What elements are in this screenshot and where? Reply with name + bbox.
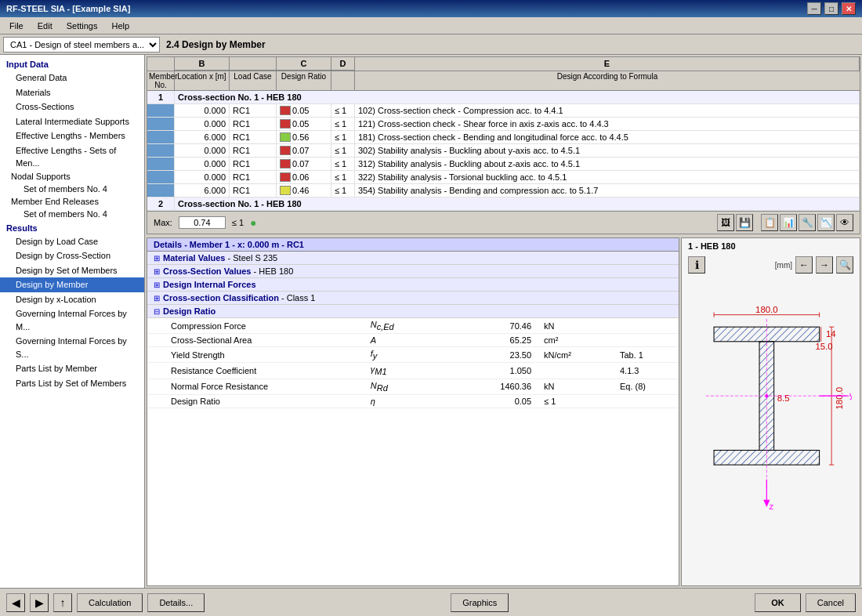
col-header-b: B [175, 57, 230, 71]
calculation-button[interactable]: Calculation [77, 593, 143, 612]
sidebar-item-design-load-case[interactable]: Design by Load Case [0, 234, 144, 249]
close-button[interactable]: ✕ [842, 2, 856, 15]
row1-loc: 0.000 [175, 104, 230, 117]
sidebar-item-eff-lengths-sets[interactable]: Effective Lengths - Sets of Men... [0, 143, 144, 171]
row3-loc: 6.000 [175, 131, 230, 143]
row3-member [147, 131, 175, 143]
menu-edit[interactable]: Edit [31, 20, 59, 32]
sidebar-item-nodal-set4[interactable]: Set of members No. 4 [0, 182, 144, 197]
graphics-button[interactable]: Graphics [451, 593, 509, 612]
row7-formula: 354) Stability analysis - Bending and co… [355, 184, 860, 197]
grid-section-1: 1 Cross-section No. 1 - HEB 180 [147, 91, 860, 104]
detail-row-nrd: Normal Force Resistance NRd 1460.36 kN E… [147, 379, 679, 394]
tb-btn-6[interactable]: 📉 [817, 214, 835, 231]
svg-text:15.0: 15.0 [815, 342, 832, 351]
sidebar-item-lateral-supports[interactable]: Lateral Intermediate Supports [0, 114, 144, 129]
status-icon: ● [250, 216, 256, 229]
row2-ratio: 0.05 [277, 118, 331, 130]
sidebar-item-design-member[interactable]: Design by Member [0, 277, 144, 292]
content-area: B C D E Member No. Location x [m] Load C… [145, 55, 862, 588]
details-section-material[interactable]: ⊞ Material Values - Steel S 235 [147, 252, 679, 265]
dr-label: Design Ratio [163, 306, 216, 316]
expand-icon: ⊞ [154, 254, 160, 263]
sidebar-item-design-cross-section[interactable]: Design by Cross-Section [0, 248, 144, 263]
col-header-c: C [277, 57, 331, 71]
cs-label: Cross-Section Values [163, 266, 252, 276]
svg-text:8.5: 8.5 [777, 393, 790, 403]
tb-btn-4[interactable]: 📊 [780, 214, 797, 231]
sidebar-item-eff-lengths-members[interactable]: Effective Lengths - Members [0, 129, 144, 143]
sidebar-item-cross-sections[interactable]: Cross-Sections [0, 100, 144, 114]
row3-formula: 181) Cross-section check - Bending and l… [355, 131, 860, 143]
sidebar-item-gov-forces-s[interactable]: Governing Internal Forces by S... [0, 334, 144, 361]
tb-btn-7[interactable]: 👁 [836, 214, 853, 231]
details-section-design-ratio[interactable]: ⊟ Design Ratio [147, 305, 679, 318]
sidebar-item-parts-member[interactable]: Parts List by Member [0, 361, 144, 376]
table-row[interactable]: 0.000 RC1 0.07 ≤ 1 302) Stability analys… [147, 144, 860, 158]
details-panel: Details - Member 1 - x: 0.000 m - RC1 ⊞ … [147, 237, 679, 586]
row5-ratio: 0.07 [277, 158, 331, 170]
row6-loc: 0.000 [175, 171, 230, 183]
dr-area-ref [614, 334, 679, 347]
dr-yield-label: Yield Strength [147, 347, 364, 363]
nav-up-btn[interactable]: ↑ [53, 593, 72, 612]
diagram-title: 1 - HEB 180 [682, 238, 742, 254]
module-selector[interactable]: CA1 - Design of steel members a... [3, 37, 160, 53]
sidebar-item-parts-set[interactable]: Parts List by Set of Members [0, 376, 144, 391]
row1-le1: ≤ 1 [331, 104, 355, 117]
bottom-toolbar: ◀ ▶ ↑ Calculation Details... Graphics OK… [0, 588, 862, 616]
row7-le1: ≤ 1 [331, 184, 355, 197]
minimize-button[interactable]: ─ [807, 2, 821, 15]
sidebar-item-design-x-location[interactable]: Design by x-Location [0, 292, 144, 307]
details-section-internal-forces[interactable]: ⊞ Design Internal Forces [147, 278, 679, 292]
subheader-ratio: Design Ratio [277, 71, 331, 90]
max-label: Max: [154, 218, 172, 227]
grid-toolbar: 🖼 💾 📋 📊 🔧 📉 👁 [717, 214, 853, 231]
sidebar-item-releases-set4[interactable]: Set of members No. 4 [0, 207, 144, 222]
details-button[interactable]: Details... [147, 593, 205, 612]
tb-btn-1[interactable]: 🖼 [717, 214, 734, 231]
dr-compression-val: 70.46 [451, 318, 538, 334]
sidebar-item-design-set-members[interactable]: Design by Set of Members [0, 263, 144, 278]
row1-formula: 102) Cross-section check - Compression a… [355, 104, 860, 117]
maximize-button[interactable]: □ [824, 2, 838, 15]
detail-row-ratio: Design Ratio η 0.05 ≤ 1 [147, 394, 679, 408]
table-row[interactable]: 0.000 RC1 0.05 ≤ 1 102) Cross-section ch… [147, 104, 860, 118]
row4-load: RC1 [230, 144, 277, 157]
cancel-button[interactable]: Cancel [806, 593, 856, 612]
menu-help[interactable]: Help [105, 20, 136, 32]
ok-button[interactable]: OK [755, 593, 801, 612]
table-row[interactable]: 6.000 RC1 0.56 ≤ 1 181) Cross-section ch… [147, 131, 860, 144]
sidebar-item-materials[interactable]: Materials [0, 85, 144, 100]
dr-area-label: Cross-Sectional Area [147, 334, 364, 347]
table-row[interactable]: 0.000 RC1 0.06 ≤ 1 322) Stability analys… [147, 171, 860, 184]
nav-back-btn[interactable]: ◀ [6, 593, 25, 612]
dr-nrd-unit: kN [538, 379, 614, 394]
sidebar-item-gov-forces-m[interactable]: Governing Internal Forces by M... [0, 306, 144, 334]
diagram-panel: 1 - HEB 180 [681, 237, 860, 586]
tb-btn-2[interactable]: 💾 [736, 214, 753, 231]
table-row[interactable]: 6.000 RC1 0.46 ≤ 1 354) Stability analys… [147, 184, 860, 197]
row5-le1: ≤ 1 [331, 158, 355, 170]
row2-load: RC1 [230, 118, 277, 130]
menu-bar: File Edit Settings Help [0, 17, 862, 34]
window-controls: ─ □ ✕ [807, 2, 856, 15]
row6-ratio: 0.06 [277, 171, 331, 183]
details-section-classification[interactable]: ⊞ Cross-section Classification - Class 1 [147, 292, 679, 305]
menu-file[interactable]: File [3, 20, 30, 32]
table-row[interactable]: 0.000 RC1 0.07 ≤ 1 312) Stability analys… [147, 158, 860, 171]
table-row[interactable]: 0.000 RC1 0.05 ≤ 1 121) Cross-section ch… [147, 118, 860, 131]
nav-fwd-btn[interactable]: ▶ [30, 593, 49, 612]
menu-settings[interactable]: Settings [60, 20, 104, 32]
svg-text:180.0: 180.0 [755, 305, 777, 314]
details-section-cross-section[interactable]: ⊞ Cross-Section Values - HEB 180 [147, 265, 679, 278]
tb-btn-5[interactable]: 🔧 [799, 214, 816, 231]
dr-area-sym: A [364, 334, 451, 347]
row2-formula: 121) Cross-section check - Shear force i… [355, 118, 860, 130]
row7-member [147, 184, 175, 197]
sidebar-item-general-data[interactable]: General Data [0, 71, 144, 85]
row6-formula: 322) Stability analysis - Torsional buck… [355, 171, 860, 183]
subheader-d [331, 71, 355, 90]
sidebar-group-member-releases: Member End Releases [0, 196, 144, 207]
tb-btn-3[interactable]: 📋 [761, 214, 778, 231]
